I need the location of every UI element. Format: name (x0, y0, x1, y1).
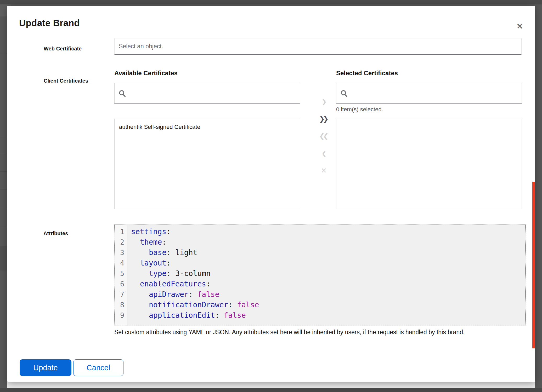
selected-count-status: 0 item(s) selected. (336, 106, 383, 113)
available-certificates-search-input[interactable] (129, 90, 296, 97)
update-brand-modal: Update Brand ✕ Web Certificate Client Ce… (7, 6, 535, 382)
underlying-sidebar-divider (0, 54, 7, 54)
underlying-page-bottom-bar (0, 388, 542, 392)
underlying-sidebar-divider (0, 154, 7, 154)
code-line: 2theme: (115, 237, 525, 247)
line-number: 2 (115, 237, 127, 247)
attributes-code-editor[interactable]: 1settings:2theme:3base: light4layout:5ty… (114, 224, 526, 326)
underlying-sidebar-active-item (0, 246, 7, 270)
code-line: 6enabledFeatures: (115, 279, 525, 289)
code-line: 8notificationDrawer: false (115, 300, 525, 310)
move-all-left-button[interactable]: ❮❮ (316, 130, 332, 142)
code-line: 5type: 3-column (115, 268, 525, 279)
selected-certificates-heading: Selected Certificates (336, 70, 398, 77)
code-line: 4layout: (115, 258, 525, 268)
underlying-page-topbar (0, 0, 542, 4)
line-number: 6 (115, 279, 127, 289)
underlying-page-bottom-strip (7, 382, 535, 388)
underlying-sidebar-divider (0, 227, 7, 227)
screen: Update Brand ✕ Web Certificate Client Ce… (0, 0, 542, 392)
search-icon (119, 90, 126, 97)
underlying-sidebar-divider (0, 171, 7, 172)
attributes-label: Attributes (43, 230, 68, 237)
selected-certificates-search (336, 83, 522, 104)
line-number: 5 (115, 268, 127, 279)
line-number: 1 (115, 227, 127, 237)
update-button[interactable]: Update (20, 359, 71, 376)
move-selected-right-button[interactable]: ❯ (316, 96, 332, 108)
cancel-button[interactable]: Cancel (73, 359, 123, 376)
underlying-page-divider (535, 139, 542, 139)
code-line: 1settings: (115, 227, 525, 237)
selected-certificates-list[interactable] (336, 119, 522, 209)
attributes-help-text: Set custom attributes using YAML or JSON… (114, 329, 528, 336)
available-certificates-search (114, 83, 300, 104)
underlying-accent-bar (532, 182, 535, 348)
code-line: 9applicationEdit: false (115, 310, 525, 321)
line-number: 9 (115, 310, 127, 321)
certificate-list-item[interactable]: authentik Self-signed Certificate (115, 120, 300, 134)
close-icon[interactable]: ✕ (514, 20, 526, 32)
line-number: 8 (115, 300, 127, 310)
web-certificate-select-input[interactable] (114, 38, 522, 55)
line-number: 3 (115, 247, 127, 258)
selected-certificates-search-input[interactable] (351, 90, 517, 97)
client-certificates-label: Client Certificates (44, 78, 88, 84)
attributes-code-lines: 1settings:2theme:3base: light4layout:5ty… (115, 227, 525, 321)
code-line: 3base: light (115, 247, 525, 258)
available-certificates-list[interactable]: authentik Self-signed Certificate (114, 119, 300, 209)
underlying-sidebar-divider (0, 189, 7, 189)
underlying-sidebar-divider (0, 136, 7, 136)
line-number: 4 (115, 258, 127, 268)
web-certificate-label: Web Certificate (44, 46, 82, 52)
dual-list-controls: ❯❯❯❮❮❮✕ (315, 96, 333, 177)
clear-selected-button[interactable]: ✕ (316, 165, 332, 177)
modal-title: Update Brand (19, 18, 80, 28)
move-selected-left-button[interactable]: ❮ (316, 147, 332, 159)
line-number: 7 (115, 289, 127, 300)
underlying-sidebar-divider (0, 207, 7, 207)
search-icon (341, 90, 348, 97)
code-line: 7apiDrawer: false (115, 289, 525, 300)
available-certificates-heading: Available Certificates (114, 70, 178, 77)
move-all-right-button[interactable]: ❯❯ (316, 113, 332, 125)
